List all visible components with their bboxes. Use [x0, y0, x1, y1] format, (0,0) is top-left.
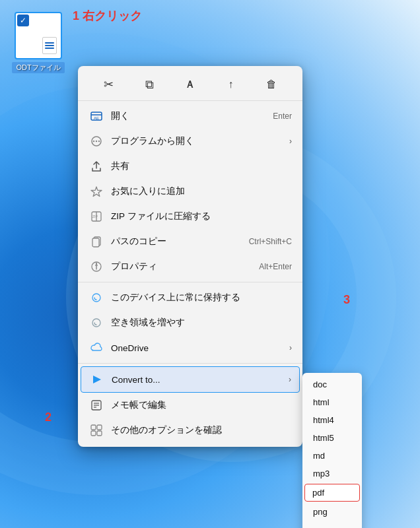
copy-path-label: パスのコピー	[111, 236, 238, 248]
open-icon: AE	[88, 108, 104, 124]
menu-item-convert[interactable]: Convert to... ›	[81, 366, 300, 393]
submenu-convert: doc html html4 html5 md mp3 pdf png ps t…	[302, 373, 362, 528]
separator-2	[78, 363, 302, 364]
onedrive-arrow: ›	[289, 343, 292, 352]
other-icon	[88, 422, 104, 438]
free-space-label: 空き領域を増やす	[111, 317, 292, 329]
favorite-label: お気に入りに追加	[111, 185, 292, 197]
submenu-item-html4[interactable]: html4	[304, 411, 361, 429]
menu-item-properties[interactable]: プロパティ Alt+Enter	[78, 254, 302, 279]
menu-item-share[interactable]: 共有	[78, 154, 302, 179]
submenu-item-doc[interactable]: doc	[304, 376, 361, 393]
share-label: 共有	[111, 160, 292, 172]
open-with-label: プログラムから開く	[111, 135, 284, 147]
open-label: 開く	[111, 110, 262, 122]
zip-icon: ZIP	[88, 209, 104, 224]
odt-preview	[36, 29, 41, 42]
convert-row-wrap: Convert to... › doc html html4 html5 md …	[78, 366, 302, 393]
rename-button[interactable]: Ａ	[180, 74, 201, 95]
zip-label: ZIP ファイルに圧縮する	[111, 211, 292, 222]
submenu-item-png[interactable]: png	[304, 503, 361, 521]
svg-text:AE: AE	[94, 116, 99, 120]
annotation-1: 1 右クリック	[73, 8, 142, 24]
keep-icon	[88, 290, 104, 306]
favorite-icon	[88, 183, 104, 199]
svg-point-5	[98, 141, 100, 142]
other-label: その他のオプションを確認	[111, 424, 292, 436]
svg-point-4	[96, 141, 97, 142]
submenu-item-html[interactable]: html	[304, 393, 361, 411]
menu-item-other[interactable]: その他のオプションを確認	[78, 418, 302, 443]
submenu-item-md[interactable]: md	[304, 447, 361, 465]
convert-label: Convert to...	[112, 375, 283, 385]
menu-item-notepad[interactable]: メモ帳で編集	[78, 393, 302, 418]
copy-button[interactable]: ⧉	[139, 74, 160, 95]
submenu-item-pdf[interactable]: pdf	[304, 484, 360, 502]
separator-1	[78, 282, 302, 282]
menu-item-open-with[interactable]: プログラムから開く ›	[78, 129, 302, 154]
properties-label: プロパティ	[111, 261, 248, 273]
free-space-icon	[88, 315, 104, 331]
svg-marker-15	[93, 376, 101, 383]
onedrive-label: OneDrive	[111, 343, 284, 353]
copy-path-icon	[88, 234, 104, 249]
convert-icon	[89, 372, 105, 387]
convert-arrow: ›	[289, 375, 291, 384]
notepad-icon	[88, 397, 104, 413]
menu-item-open[interactable]: AE 開く Enter	[78, 104, 302, 129]
icon-label: ODTファイル	[12, 62, 65, 73]
share-toolbar-button[interactable]: ↑	[221, 74, 242, 95]
keep-label: このデバイス上に常に保持する	[111, 292, 292, 304]
annotation-2: 2	[45, 411, 52, 424]
onedrive-icon	[88, 340, 104, 356]
menu-item-zip[interactable]: ZIP ZIP ファイルに圧縮する	[78, 204, 302, 229]
open-with-arrow: ›	[289, 137, 292, 146]
menu-item-free-space[interactable]: 空き領域を増やす	[78, 310, 302, 335]
menu-item-onedrive[interactable]: OneDrive ›	[78, 335, 302, 360]
copy-path-shortcut: Ctrl+Shift+C	[249, 237, 292, 246]
icon-thumbnail: ✓	[15, 12, 62, 59]
menu-item-keep[interactable]: このデバイス上に常に保持する	[78, 285, 302, 310]
desktop-icon-odt[interactable]: ✓ ODTファイル	[12, 12, 65, 73]
share-icon	[88, 158, 104, 174]
svg-rect-21	[97, 425, 102, 430]
submenu-item-mp3[interactable]: mp3	[304, 465, 361, 482]
svg-text:ZIP: ZIP	[92, 214, 98, 218]
properties-shortcut: Alt+Enter	[259, 262, 292, 271]
small-doc-overlay	[42, 37, 57, 54]
submenu-item-ps[interactable]: ps	[304, 521, 361, 528]
open-with-icon	[88, 133, 104, 149]
context-menu: ✂ ⧉ Ａ ↑ 🗑 AE 開く Enter プログラムから開く › 共有 お気に…	[78, 66, 302, 447]
svg-rect-10	[92, 238, 99, 247]
svg-rect-22	[91, 431, 96, 436]
delete-button[interactable]: 🗑	[261, 74, 282, 95]
check-badge: ✓	[17, 15, 29, 26]
svg-point-3	[93, 141, 94, 142]
notepad-label: メモ帳で編集	[111, 399, 292, 411]
open-shortcut: Enter	[273, 112, 292, 121]
menu-item-favorite[interactable]: お気に入りに追加	[78, 179, 302, 204]
menu-item-copy-path[interactable]: パスのコピー Ctrl+Shift+C	[78, 229, 302, 254]
submenu-item-html5[interactable]: html5	[304, 429, 361, 447]
svg-rect-20	[91, 425, 96, 430]
annotation-3: 3	[343, 293, 350, 307]
properties-icon	[88, 259, 104, 275]
svg-rect-23	[97, 431, 102, 436]
menu-toolbar: ✂ ⧉ Ａ ↑ 🗑	[78, 70, 302, 101]
cut-button[interactable]: ✂	[98, 74, 120, 95]
